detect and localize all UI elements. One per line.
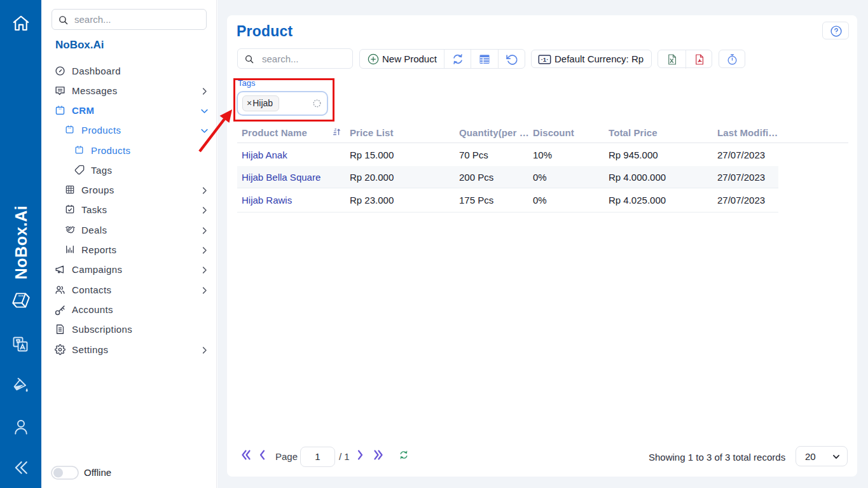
svg-text:·1·: ·1· xyxy=(541,56,549,63)
